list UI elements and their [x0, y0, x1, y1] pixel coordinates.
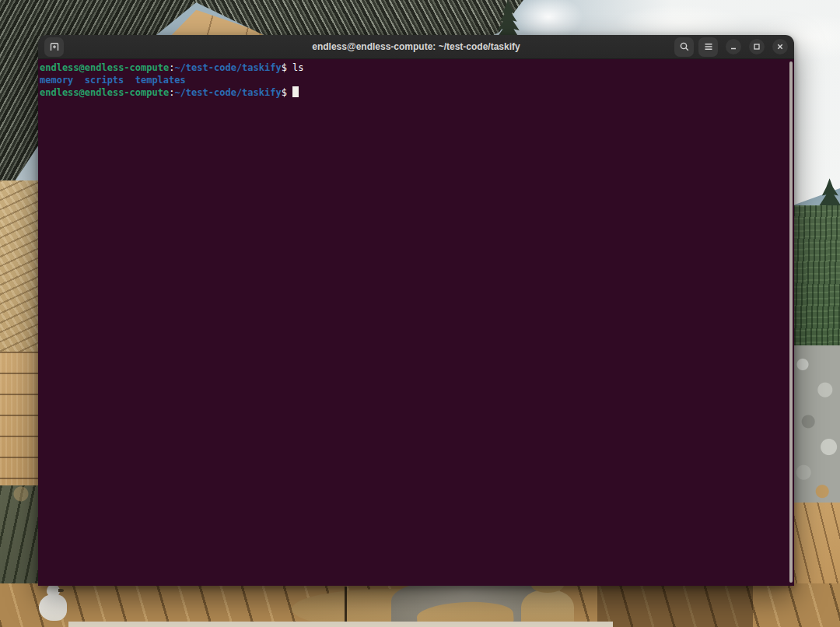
command-text: ls	[292, 62, 303, 73]
maximize-icon	[751, 41, 762, 52]
prompt-dollar: $	[282, 87, 287, 98]
close-icon	[775, 41, 786, 52]
tab-new-icon	[48, 40, 61, 53]
new-tab-button[interactable]	[44, 37, 64, 57]
wallpaper-white-bird-beak	[58, 589, 64, 592]
terminal-scrollbar[interactable]	[789, 61, 793, 583]
prompt-dollar: $	[282, 62, 287, 73]
terminal-content[interactable]: endless@endless-compute:~/test-code/task…	[38, 59, 794, 586]
terminal-line-prompt-1: endless@endless-compute:~/test-code/task…	[40, 62, 793, 75]
close-button[interactable]	[772, 39, 788, 54]
directory-entry: scripts	[85, 75, 124, 86]
wallpaper-stick	[345, 587, 347, 624]
wallpaper-forest	[793, 205, 840, 347]
prompt-path: ~/test-code/taskify	[174, 62, 281, 73]
terminal-line-ls-output: memoryscriptstemplates	[40, 75, 793, 87]
prompt-user-host: endless@endless-compute	[40, 87, 169, 98]
minimize-icon	[728, 41, 739, 52]
prompt-path: ~/test-code/taskify	[174, 87, 281, 98]
wallpaper-white-bird	[39, 594, 67, 621]
wallpaper-rocks	[793, 345, 840, 504]
wallpaper-planks-left	[0, 352, 38, 487]
titlebar[interactable]: endless@endless-compute: ~/test-code/tas…	[38, 35, 794, 59]
wallpaper-planks-shadow	[597, 583, 753, 627]
wallpaper-ground-strip	[68, 622, 613, 627]
prompt-user-host: endless@endless-compute	[40, 62, 169, 73]
search-button[interactable]	[674, 37, 694, 57]
titlebar-controls	[674, 37, 788, 57]
wallpaper-shingles	[0, 180, 38, 353]
hamburger-menu-icon	[702, 40, 715, 53]
terminal-cursor	[292, 86, 298, 97]
terminal-window: endless@endless-compute: ~/test-code/tas…	[38, 35, 794, 586]
directory-entry: templates	[135, 75, 186, 86]
directory-entry: memory	[40, 75, 73, 86]
search-icon	[678, 40, 691, 53]
maximize-button[interactable]	[749, 39, 765, 54]
menu-button[interactable]	[698, 37, 718, 57]
terminal-line-prompt-2: endless@endless-compute:~/test-code/task…	[40, 86, 793, 99]
minimize-button[interactable]	[726, 39, 741, 54]
